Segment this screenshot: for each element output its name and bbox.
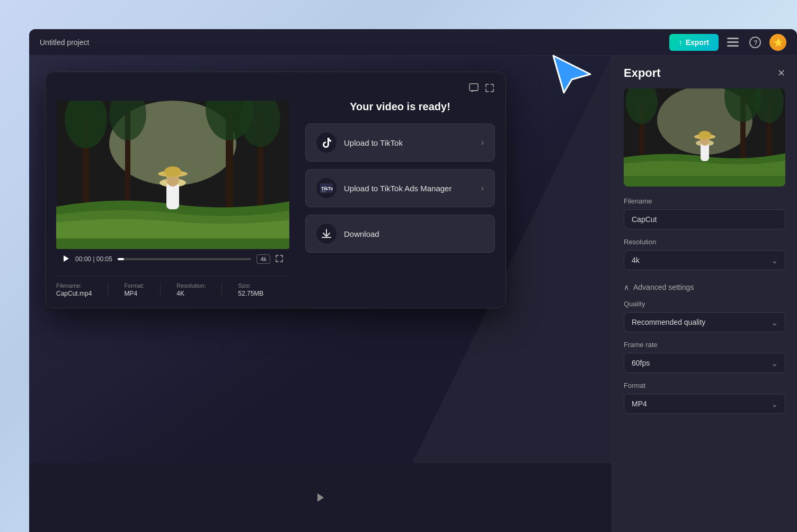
fullscreen-icon-btn[interactable] [484,83,495,95]
upload-tiktok-ads-left: TikTok Ads Upload to TikTok Ads Manager [316,178,451,198]
filename-field: Filename [612,197,797,238]
tiktok-icon-container [316,132,336,153]
modal-right: Your video is ready! Upload to TikTok [305,101,495,297]
export-thumbnail [624,88,785,187]
fullscreen-button[interactable] [276,255,283,264]
export-header: Export ✕ [612,56,797,88]
app-window: Untitled project ↑ Export ? ⭐ [29,29,797,532]
svg-rect-2 [727,45,739,47]
resolution-field: Resolution 4k 1080p 2K 720p [612,238,797,279]
download-icon-container [316,224,336,244]
video-meta: Filename: CapCut.mp4 Format: MP4 Resolut… [56,276,289,297]
resolution-select-wrapper: 4k 1080p 2K 720p [624,250,785,270]
quality-select[interactable]: Recommended quality High quality Medium … [624,312,785,332]
svg-marker-21 [64,255,69,262]
time-display: 00:00 | 00:05 [75,255,112,263]
meta-size: Size: 52.75MB [238,282,263,297]
upload-icon: ↑ [679,38,683,47]
format-label: Format [624,382,785,389]
meta-resolution: Resolution: 4K [176,282,206,297]
meta-divider2 [160,282,161,297]
svg-marker-25 [317,493,324,502]
tiktok-chevron: › [481,138,484,147]
upload-tiktok-ads-button[interactable]: TikTok Ads Upload to TikTok Ads Manager … [305,169,495,207]
avatar-icon: ⭐ [774,38,783,47]
export-close-button[interactable]: ✕ [777,68,785,78]
svg-rect-35 [701,143,709,161]
timeline-play-button[interactable] [311,488,330,507]
export-button[interactable]: ↑ Export [669,34,719,51]
tiktok-ads-icon-container: TikTok Ads [316,178,336,198]
help-icon-btn[interactable]: ? [747,34,763,50]
svg-point-38 [698,131,711,139]
resolution-label: Resolution [624,238,785,246]
tiktok-ads-chevron: › [481,183,484,193]
upload-tiktok-button[interactable]: Upload to TikTok › [305,123,495,162]
quality-select-wrapper: Recommended quality High quality Medium … [624,312,785,332]
export-sidebar: Export ✕ [612,56,797,532]
ready-title: Your video is ready! [305,101,495,113]
quality-label: Quality [624,300,785,308]
svg-point-20 [164,166,181,177]
framerate-field: Frame rate 60fps 30fps 24fps [612,341,797,382]
progress-bar[interactable] [118,258,252,260]
video-modal: 00:00 | 00:05 4k [45,72,506,308]
avatar-button[interactable]: ⭐ [769,34,786,51]
download-label: Download [344,229,379,238]
meta-filename: Filename: CapCut.mp4 [56,282,92,297]
advanced-settings-chevron-icon: ∧ [624,283,629,291]
meta-format: Format: MP4 [124,282,144,297]
video-player: 00:00 | 00:05 4k [56,101,289,297]
svg-rect-5 [470,84,478,91]
top-bar: Untitled project ↑ Export ? ⭐ [29,29,797,56]
svg-rect-17 [166,183,179,209]
progress-fill [118,258,125,260]
download-button[interactable]: Download [305,215,495,253]
video-preview [56,101,289,249]
comment-icon-btn[interactable] [468,83,479,95]
timeline-area [29,463,612,532]
framerate-select[interactable]: 60fps 30fps 24fps [624,353,785,373]
svg-rect-0 [727,38,739,39]
format-field: Format MP4 MOV AVI GIF [612,382,797,422]
framerate-select-wrapper: 60fps 30fps 24fps [624,353,785,373]
project-title: Untitled project [40,38,89,47]
format-select-wrapper: MP4 MOV AVI GIF [624,394,785,414]
upload-tiktok-label: Upload to TikTok [344,138,403,147]
top-bar-right: ↑ Export ? ⭐ [669,34,786,51]
modal-body: 00:00 | 00:05 4k [56,101,495,297]
filename-label: Filename [624,197,785,205]
menu-icon-btn[interactable] [725,36,741,49]
format-select[interactable]: MP4 MOV AVI GIF [624,394,785,414]
meta-divider3 [222,282,222,297]
meta-divider1 [108,282,108,297]
svg-rect-1 [727,41,739,43]
video-controls: 00:00 | 00:05 4k [56,249,289,269]
download-left: Download [316,224,379,244]
upload-tiktok-left: Upload to TikTok [316,132,403,153]
resolution-select[interactable]: 4k 1080p 2K 720p [624,250,785,270]
export-panel-title: Export [624,66,661,80]
svg-text:?: ? [754,39,758,47]
svg-text:Ads: Ads [321,190,326,193]
modal-top-icons [56,83,495,95]
main-content: 00:00 | 00:05 4k [29,56,797,532]
editor-area: 00:00 | 00:05 4k [29,56,612,532]
quality-field: Quality Recommended quality High quality… [612,300,797,341]
play-button[interactable] [63,255,70,264]
upload-tiktok-ads-label: Upload to TikTok Ads Manager [344,184,451,193]
framerate-label: Frame rate [624,341,785,349]
advanced-settings-label: Advanced settings [633,283,694,291]
filename-input[interactable] [624,209,785,229]
quality-badge[interactable]: 4k [256,254,270,264]
advanced-settings-toggle[interactable]: ∧ Advanced settings [612,279,797,300]
